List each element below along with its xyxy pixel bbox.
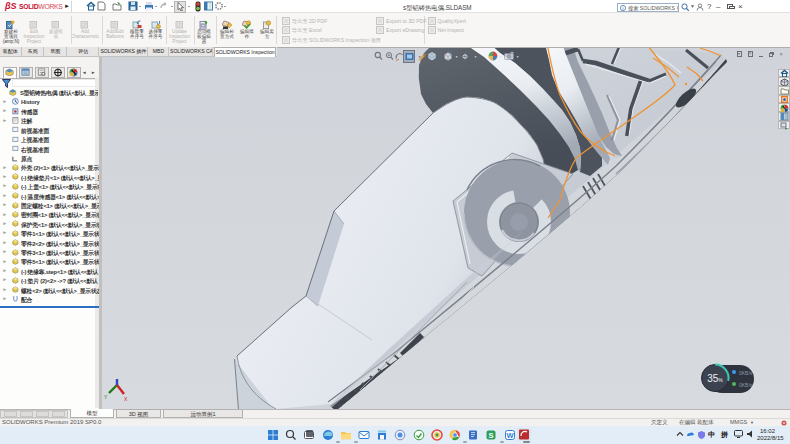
svg-text:0KB/s: 0KB/s — [739, 370, 753, 376]
svg-text:0KB/s: 0KB/s — [739, 382, 753, 388]
svg-text:S: S — [489, 431, 494, 440]
svg-text:W: W — [506, 431, 514, 440]
